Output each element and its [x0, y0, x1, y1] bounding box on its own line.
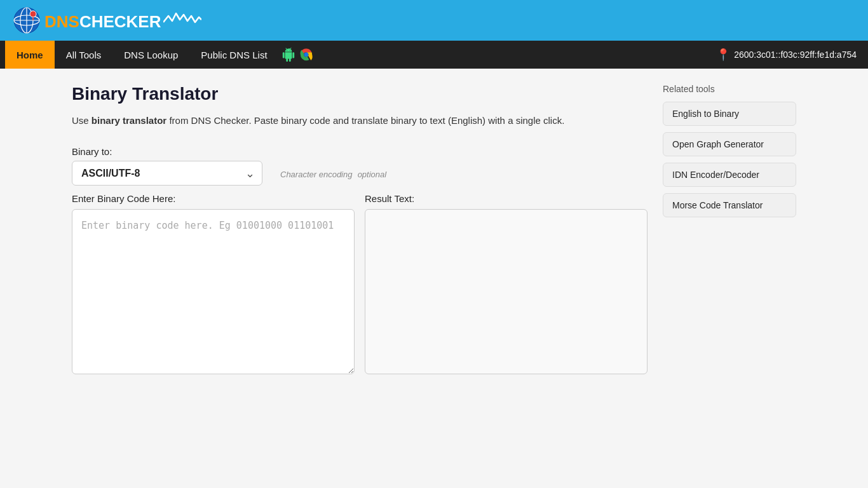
site-header: DNS CHECKER: [0, 0, 868, 41]
logo-checker: CHECKER: [79, 12, 161, 32]
main-container: Binary Translator Use binary translator …: [59, 69, 809, 391]
tool-idn-encoder[interactable]: IDN Encoder/Decoder: [663, 163, 796, 187]
nav-all-tools[interactable]: All Tools: [55, 41, 113, 69]
encoding-label-area: Character encoding optional: [278, 168, 386, 186]
intro-suffix: from DNS Checker. Paste binary code and …: [166, 115, 564, 126]
input-label: Enter Binary Code Here:: [72, 193, 355, 204]
globe-icon: [13, 6, 41, 34]
logo[interactable]: DNS CHECKER: [13, 6, 201, 34]
intro-text: Use binary translator from DNS Checker. …: [72, 113, 648, 128]
page-title: Binary Translator: [72, 84, 648, 104]
encoding-label-text: Character encoding optional: [278, 168, 386, 179]
svg-point-5: [30, 11, 36, 17]
binary-label: Binary to:: [72, 146, 262, 157]
binary-input[interactable]: [72, 209, 355, 374]
android-icon[interactable]: [281, 48, 295, 62]
related-tools-label: Related tools: [663, 84, 796, 94]
result-output: [365, 209, 648, 374]
tool-morse-code[interactable]: Morse Code Translator: [663, 193, 796, 217]
input-col: Enter Binary Code Here:: [72, 193, 355, 376]
encoding-select[interactable]: ASCII/UTF-8 UTF-16 UTF-32 ISO-8859-1: [72, 161, 262, 186]
nav-dns-lookup[interactable]: DNS Lookup: [112, 41, 189, 69]
two-col-area: Enter Binary Code Here: Result Text:: [72, 193, 648, 376]
navbar: Home All Tools DNS Lookup Public DNS Lis…: [0, 41, 868, 69]
binary-to-field: Binary to: ASCII/UTF-8 UTF-16 UTF-32 ISO…: [72, 146, 262, 186]
sidebar: Related tools English to Binary Open Gra…: [663, 84, 796, 376]
nav-public-dns[interactable]: Public DNS List: [189, 41, 278, 69]
form-row: Binary to: ASCII/UTF-8 UTF-16 UTF-32 ISO…: [72, 146, 648, 186]
encoding-select-wrapper: ASCII/UTF-8 UTF-16 UTF-32 ISO-8859-1 ⌄: [72, 161, 262, 186]
ip-display: 📍 2600:3c01::f03c:92ff:fe1d:a754: [716, 48, 857, 62]
wave-icon: [163, 10, 201, 27]
nav-app-icons: [281, 48, 313, 62]
logo-text: DNS CHECKER: [44, 10, 201, 32]
result-col: Result Text:: [365, 193, 648, 376]
nav-home[interactable]: Home: [5, 41, 55, 69]
tool-english-to-binary[interactable]: English to Binary: [663, 102, 796, 126]
tool-open-graph[interactable]: Open Graph Generator: [663, 132, 796, 156]
chrome-icon[interactable]: [299, 48, 313, 62]
intro-prefix: Use: [72, 115, 92, 126]
pin-icon: 📍: [716, 48, 730, 62]
result-label: Result Text:: [365, 193, 648, 204]
ip-address: 2600:3c01::f03c:92ff:fe1d:a754: [734, 50, 857, 60]
intro-bold: binary translator: [92, 115, 166, 126]
content-area: Binary Translator Use binary translator …: [72, 84, 648, 376]
optional-label: optional: [358, 170, 387, 179]
logo-dns: DNS: [44, 12, 79, 32]
